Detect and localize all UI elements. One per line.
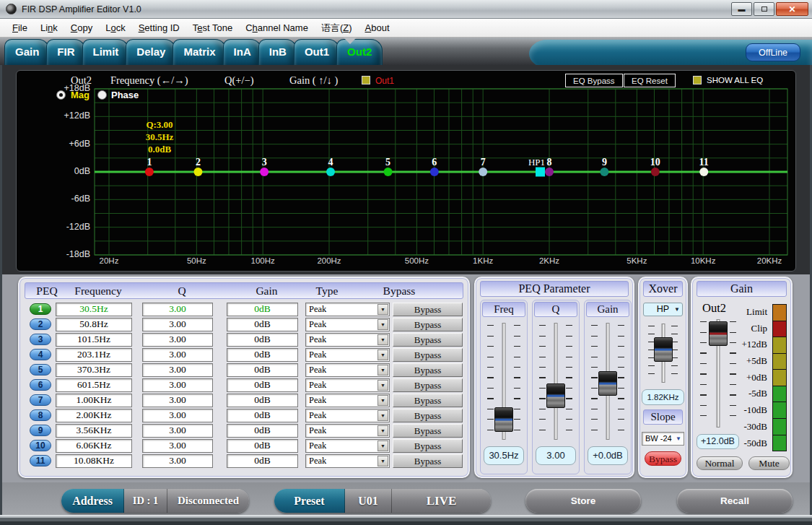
- q-field[interactable]: 3.00: [142, 454, 213, 468]
- menu-item[interactable]: Setting ID: [132, 20, 186, 35]
- row-number-badge[interactable]: 7: [30, 394, 51, 406]
- minimize-button[interactable]: ▬: [731, 2, 752, 16]
- eq-point[interactable]: [600, 168, 608, 176]
- frequency-field[interactable]: 370.3Hz: [56, 363, 132, 377]
- row-bypass-button[interactable]: Bypass: [393, 333, 463, 347]
- mute-button[interactable]: Mute: [748, 456, 790, 470]
- live-button[interactable]: LIVE: [392, 489, 491, 513]
- row-number-badge[interactable]: 4: [30, 349, 51, 360]
- row-bypass-button[interactable]: Bypass: [393, 454, 463, 468]
- hp-crossover-marker[interactable]: [536, 168, 545, 177]
- row-number-badge[interactable]: 5: [30, 364, 51, 376]
- row-number-badge[interactable]: 8: [30, 409, 51, 421]
- gain-field[interactable]: 0dB: [227, 378, 298, 392]
- frequency-field[interactable]: 2.00KHz: [56, 409, 132, 422]
- type-select[interactable]: Peak▼: [305, 303, 390, 316]
- type-select[interactable]: Peak▼: [305, 439, 390, 453]
- xover-freq-slider[interactable]: [645, 320, 681, 386]
- row-number-badge[interactable]: 11: [30, 455, 51, 467]
- row-number-badge[interactable]: 10: [30, 440, 51, 451]
- row-bypass-button[interactable]: Bypass: [393, 424, 463, 438]
- preset-slot-label[interactable]: U01: [345, 489, 392, 513]
- eq-reset-button[interactable]: EQ Reset: [624, 74, 676, 87]
- tab-out1[interactable]: Out1: [294, 39, 340, 65]
- recall-button[interactable]: Recall: [677, 489, 793, 513]
- eq-point[interactable]: [384, 168, 393, 176]
- eq-point[interactable]: [326, 168, 335, 176]
- restore-button[interactable]: [754, 2, 774, 16]
- xover-filter-select[interactable]: HP▼: [643, 303, 683, 316]
- gain-field[interactable]: 0dB: [227, 303, 298, 316]
- eq-point[interactable]: [193, 168, 202, 176]
- store-button[interactable]: Store: [525, 489, 641, 513]
- type-select[interactable]: Peak▼: [305, 348, 390, 362]
- show-all-eq-checkbox[interactable]: [693, 76, 702, 84]
- type-select[interactable]: Peak▼: [305, 424, 390, 438]
- type-select[interactable]: Peak▼: [305, 333, 390, 347]
- row-number-badge[interactable]: 6: [30, 379, 51, 391]
- tab-delay[interactable]: Delay: [126, 39, 176, 65]
- xover-bypass-button[interactable]: Bypass: [645, 451, 681, 466]
- menu-item[interactable]: 语言(Z): [315, 19, 359, 37]
- menu-item[interactable]: Channel Name: [239, 20, 315, 35]
- q-field[interactable]: 3.00: [142, 378, 213, 392]
- out1-overlay-checkbox[interactable]: [362, 76, 370, 84]
- row-number-badge[interactable]: 2: [30, 318, 51, 330]
- q-field[interactable]: 3.00: [142, 348, 213, 362]
- normal-button[interactable]: Normal: [697, 456, 743, 470]
- eq-point[interactable]: [479, 168, 487, 176]
- q-slider[interactable]: [534, 319, 577, 443]
- q-field[interactable]: 3.00: [142, 439, 213, 453]
- q-field[interactable]: 3.00: [142, 424, 213, 438]
- gain-slider-handle[interactable]: [598, 371, 617, 396]
- device-id-label[interactable]: ID : 1: [124, 489, 167, 513]
- frequency-field[interactable]: 30.5Hz: [56, 303, 132, 316]
- frequency-field[interactable]: 101.5Hz: [56, 333, 132, 347]
- eq-point[interactable]: [699, 168, 708, 176]
- tab-inb[interactable]: InB: [258, 39, 297, 65]
- offline-button[interactable]: OffLine: [746, 43, 800, 61]
- row-bypass-button[interactable]: Bypass: [393, 409, 463, 422]
- eq-point[interactable]: [145, 168, 154, 176]
- frequency-field[interactable]: 3.56KHz: [56, 424, 132, 438]
- row-number-badge[interactable]: 9: [30, 425, 51, 436]
- q-field[interactable]: 3.00: [142, 394, 213, 407]
- address-button[interactable]: Address: [61, 489, 124, 513]
- menu-item[interactable]: Lock: [99, 20, 131, 35]
- frequency-field[interactable]: 1.00KHz: [56, 394, 132, 407]
- q-field[interactable]: 3.00: [142, 303, 213, 316]
- row-bypass-button[interactable]: Bypass: [393, 348, 463, 362]
- q-field[interactable]: 3.00: [142, 409, 213, 422]
- row-bypass-button[interactable]: Bypass: [393, 318, 463, 331]
- row-number-badge[interactable]: 1: [30, 303, 51, 315]
- type-select[interactable]: Peak▼: [305, 363, 390, 377]
- q-field[interactable]: 3.00: [142, 363, 213, 377]
- type-select[interactable]: Peak▼: [305, 378, 390, 392]
- row-bypass-button[interactable]: Bypass: [393, 303, 463, 316]
- eq-point[interactable]: [430, 168, 439, 176]
- row-bypass-button[interactable]: Bypass: [393, 363, 463, 377]
- type-select[interactable]: Peak▼: [305, 409, 390, 422]
- eq-bypass-button[interactable]: EQ Bypass: [565, 74, 623, 87]
- tab-matrix[interactable]: Matrix: [173, 39, 226, 65]
- type-select[interactable]: Peak▼: [305, 394, 390, 407]
- row-number-badge[interactable]: 3: [30, 334, 51, 345]
- eq-plot[interactable]: HP11234567891011: [17, 71, 797, 272]
- frequency-field[interactable]: 6.06KHz: [56, 439, 132, 453]
- frequency-field[interactable]: 10.08KHz: [56, 454, 132, 468]
- gain-slider[interactable]: [586, 319, 629, 443]
- row-bypass-button[interactable]: Bypass: [393, 439, 463, 453]
- row-bypass-button[interactable]: Bypass: [393, 394, 463, 407]
- eq-point[interactable]: [260, 168, 269, 176]
- type-select[interactable]: Peak▼: [305, 454, 390, 468]
- gain-field[interactable]: 0dB: [227, 409, 298, 422]
- freq-slider-handle[interactable]: [494, 407, 513, 432]
- frequency-field[interactable]: 601.5Hz: [56, 378, 132, 392]
- gain-field[interactable]: 0dB: [227, 424, 298, 438]
- q-field[interactable]: 3.00: [142, 318, 213, 331]
- close-button[interactable]: ✕: [776, 2, 808, 16]
- slope-select[interactable]: BW -24▼: [642, 432, 684, 446]
- gain-field[interactable]: 0dB: [227, 363, 298, 377]
- menu-item[interactable]: Link: [34, 20, 64, 35]
- frequency-field[interactable]: 50.8Hz: [56, 318, 132, 331]
